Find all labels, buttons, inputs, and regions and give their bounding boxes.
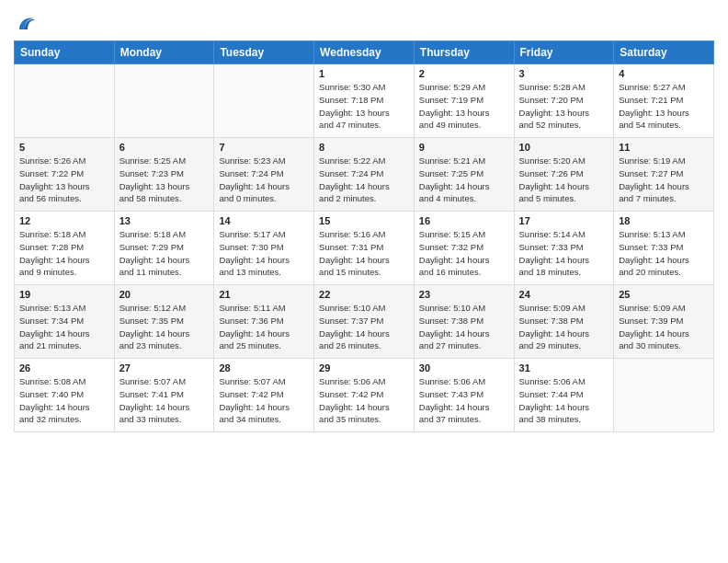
weekday-header-friday: Friday [514,41,614,64]
calendar-cell: 3Sunrise: 5:28 AM Sunset: 7:20 PM Daylig… [514,64,614,138]
logo-icon [16,13,36,33]
day-number: 10 [519,142,609,153]
day-info: Sunrise: 5:20 AM Sunset: 7:26 PM Dayligh… [519,155,609,205]
day-number: 18 [619,215,709,226]
day-info: Sunrise: 5:07 AM Sunset: 7:42 PM Dayligh… [219,375,309,426]
day-number: 23 [419,289,509,300]
calendar-cell: 1Sunrise: 5:30 AM Sunset: 7:18 PM Daylig… [314,64,415,138]
weekday-header-thursday: Thursday [414,41,514,64]
day-info: Sunrise: 5:27 AM Sunset: 7:21 PM Dayligh… [619,81,709,132]
day-info: Sunrise: 5:28 AM Sunset: 7:20 PM Dayligh… [519,81,609,132]
calendar-cell: 17Sunrise: 5:14 AM Sunset: 7:33 PM Dayli… [514,212,614,285]
day-number: 29 [319,362,409,373]
calendar-cell: 13Sunrise: 5:18 AM Sunset: 7:29 PM Dayli… [114,212,214,285]
day-info: Sunrise: 5:13 AM Sunset: 7:34 PM Dayligh… [19,302,109,352]
day-info: Sunrise: 5:15 AM Sunset: 7:32 PM Dayligh… [419,228,509,279]
day-info: Sunrise: 5:30 AM Sunset: 7:18 PM Dayligh… [319,81,409,132]
day-number: 20 [119,289,210,300]
calendar-week-1: 1Sunrise: 5:30 AM Sunset: 7:18 PM Daylig… [15,64,714,138]
day-info: Sunrise: 5:19 AM Sunset: 7:27 PM Dayligh… [619,155,709,205]
calendar-cell: 15Sunrise: 5:16 AM Sunset: 7:31 PM Dayli… [314,212,415,285]
calendar-week-4: 19Sunrise: 5:13 AM Sunset: 7:34 PM Dayli… [15,285,714,359]
day-number: 13 [119,215,210,226]
calendar-cell: 16Sunrise: 5:15 AM Sunset: 7:32 PM Dayli… [414,212,514,285]
day-info: Sunrise: 5:13 AM Sunset: 7:33 PM Dayligh… [619,228,709,279]
day-info: Sunrise: 5:12 AM Sunset: 7:35 PM Dayligh… [119,302,210,352]
day-info: Sunrise: 5:17 AM Sunset: 7:30 PM Dayligh… [219,228,309,279]
day-info: Sunrise: 5:25 AM Sunset: 7:23 PM Dayligh… [119,155,210,205]
calendar-cell: 9Sunrise: 5:21 AM Sunset: 7:25 PM Daylig… [414,138,514,212]
day-number: 30 [419,362,509,373]
calendar-cell: 6Sunrise: 5:25 AM Sunset: 7:23 PM Daylig… [114,138,214,212]
calendar-cell: 11Sunrise: 5:19 AM Sunset: 7:27 PM Dayli… [614,138,714,212]
calendar-cell [114,64,214,138]
calendar-cell: 8Sunrise: 5:22 AM Sunset: 7:24 PM Daylig… [314,138,415,212]
day-number: 16 [419,215,509,226]
day-number: 12 [19,215,109,226]
logo [14,13,36,33]
calendar-cell: 4Sunrise: 5:27 AM Sunset: 7:21 PM Daylig… [614,64,714,138]
calendar-body: 1Sunrise: 5:30 AM Sunset: 7:18 PM Daylig… [15,64,714,432]
day-number: 9 [419,142,509,153]
day-info: Sunrise: 5:09 AM Sunset: 7:38 PM Dayligh… [519,302,609,352]
day-number: 3 [519,68,609,79]
day-number: 31 [519,362,609,373]
day-number: 5 [19,142,109,153]
day-info: Sunrise: 5:10 AM Sunset: 7:37 PM Dayligh… [319,302,409,352]
day-number: 6 [119,142,210,153]
day-number: 28 [219,362,309,373]
day-info: Sunrise: 5:09 AM Sunset: 7:39 PM Dayligh… [619,302,709,352]
calendar-cell: 30Sunrise: 5:06 AM Sunset: 7:43 PM Dayli… [414,359,514,432]
day-number: 14 [219,215,309,226]
day-info: Sunrise: 5:07 AM Sunset: 7:41 PM Dayligh… [119,375,210,426]
day-number: 4 [619,68,709,79]
calendar-cell: 7Sunrise: 5:23 AM Sunset: 7:24 PM Daylig… [214,138,314,212]
day-number: 7 [219,142,309,153]
calendar-cell: 22Sunrise: 5:10 AM Sunset: 7:37 PM Dayli… [314,285,415,359]
day-number: 21 [219,289,309,300]
day-info: Sunrise: 5:14 AM Sunset: 7:33 PM Dayligh… [519,228,609,279]
day-info: Sunrise: 5:06 AM Sunset: 7:44 PM Dayligh… [519,375,609,426]
day-info: Sunrise: 5:08 AM Sunset: 7:40 PM Dayligh… [19,375,109,426]
day-info: Sunrise: 5:29 AM Sunset: 7:19 PM Dayligh… [419,81,509,132]
calendar-cell: 5Sunrise: 5:26 AM Sunset: 7:22 PM Daylig… [15,138,115,212]
weekday-header-tuesday: Tuesday [214,41,314,64]
calendar-header: SundayMondayTuesdayWednesdayThursdayFrid… [15,41,714,64]
calendar-week-3: 12Sunrise: 5:18 AM Sunset: 7:28 PM Dayli… [15,212,714,285]
day-info: Sunrise: 5:06 AM Sunset: 7:42 PM Dayligh… [319,375,409,426]
day-number: 26 [19,362,109,373]
day-number: 19 [19,289,109,300]
day-info: Sunrise: 5:23 AM Sunset: 7:24 PM Dayligh… [219,155,309,205]
day-number: 11 [619,142,709,153]
calendar-cell: 27Sunrise: 5:07 AM Sunset: 7:41 PM Dayli… [114,359,214,432]
calendar-cell: 28Sunrise: 5:07 AM Sunset: 7:42 PM Dayli… [214,359,314,432]
page-header [14,9,714,33]
day-number: 1 [319,68,409,79]
calendar-cell: 12Sunrise: 5:18 AM Sunset: 7:28 PM Dayli… [15,212,115,285]
day-info: Sunrise: 5:21 AM Sunset: 7:25 PM Dayligh… [419,155,509,205]
day-number: 22 [319,289,409,300]
day-info: Sunrise: 5:22 AM Sunset: 7:24 PM Dayligh… [319,155,409,205]
day-number: 17 [519,215,609,226]
calendar-cell: 10Sunrise: 5:20 AM Sunset: 7:26 PM Dayli… [514,138,614,212]
day-info: Sunrise: 5:18 AM Sunset: 7:29 PM Dayligh… [119,228,210,279]
weekday-header-sunday: Sunday [15,41,115,64]
day-number: 24 [519,289,609,300]
day-info: Sunrise: 5:16 AM Sunset: 7:31 PM Dayligh… [319,228,409,279]
calendar-week-5: 26Sunrise: 5:08 AM Sunset: 7:40 PM Dayli… [15,359,714,432]
calendar-cell [614,359,714,432]
calendar-cell [214,64,314,138]
calendar-cell: 23Sunrise: 5:10 AM Sunset: 7:38 PM Dayli… [414,285,514,359]
day-number: 27 [119,362,210,373]
calendar-week-2: 5Sunrise: 5:26 AM Sunset: 7:22 PM Daylig… [15,138,714,212]
calendar-cell: 20Sunrise: 5:12 AM Sunset: 7:35 PM Dayli… [114,285,214,359]
weekday-header-wednesday: Wednesday [314,41,415,64]
day-number: 25 [619,289,709,300]
day-number: 8 [319,142,409,153]
calendar-cell: 31Sunrise: 5:06 AM Sunset: 7:44 PM Dayli… [514,359,614,432]
day-info: Sunrise: 5:26 AM Sunset: 7:22 PM Dayligh… [19,155,109,205]
day-number: 2 [419,68,509,79]
day-number: 15 [319,215,409,226]
calendar-cell: 26Sunrise: 5:08 AM Sunset: 7:40 PM Dayli… [15,359,115,432]
calendar-cell: 2Sunrise: 5:29 AM Sunset: 7:19 PM Daylig… [414,64,514,138]
